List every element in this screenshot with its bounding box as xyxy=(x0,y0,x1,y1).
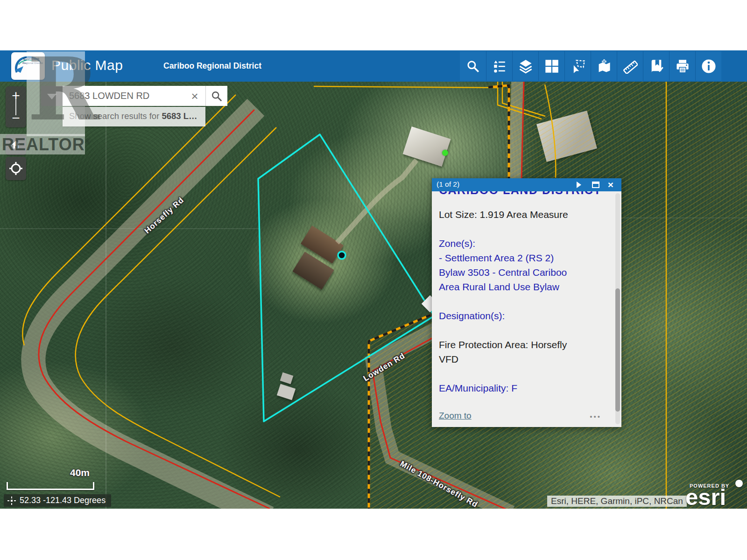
search-submit-button[interactable] xyxy=(205,86,227,106)
fire-protection-block: Fire Protection Area: Horsefly VFD xyxy=(439,337,607,366)
home-icon xyxy=(11,140,21,150)
popup-body: CARIBOO LAND DISTRICT Lot Size: 1.919 Ar… xyxy=(432,191,621,427)
toolbar-bookmarks-button[interactable] xyxy=(643,51,669,81)
search-icon xyxy=(466,59,480,73)
map-attribution: Esri, HERE, Garmin, iPC, NRCan xyxy=(547,496,687,507)
toolbar-legend-button[interactable] xyxy=(486,51,512,81)
legend-icon xyxy=(493,59,507,73)
toolbar-layers-button[interactable] xyxy=(512,51,538,81)
chevron-down-icon xyxy=(47,94,56,99)
app-header: Cariboo Regional District Public Map Car… xyxy=(0,50,747,82)
coordinate-readout: 52.33 -121.43 Degrees xyxy=(4,494,111,507)
organization-title: Cariboo Regional District xyxy=(163,61,261,71)
measure-ruler-icon xyxy=(623,59,638,74)
toolbar-info-button[interactable] xyxy=(695,51,721,81)
next-arrow-icon xyxy=(576,182,582,188)
popup-next-feature-button[interactable] xyxy=(573,180,585,190)
layers-icon xyxy=(518,59,533,74)
app-title: Public Map xyxy=(51,57,123,73)
zoom-out-button[interactable]: − xyxy=(6,109,26,127)
zoom-to-link[interactable]: Zoom to xyxy=(439,411,472,421)
header-toolbar xyxy=(460,51,721,81)
toolbar-print-button[interactable] xyxy=(669,51,695,81)
toolbar-search-button[interactable] xyxy=(460,51,486,81)
locate-me-button[interactable] xyxy=(6,157,26,180)
search-suggestion-item[interactable]: Show search results for 5683 L… xyxy=(63,107,205,126)
crd-logo: Cariboo Regional District xyxy=(11,52,45,80)
popup-scrollbar-thumb[interactable] xyxy=(615,288,620,412)
ea-municipality-line: EA/Municipality: F xyxy=(439,381,607,395)
suggestion-term: 5683 L… xyxy=(162,111,197,121)
locate-crosshair-icon xyxy=(9,161,23,175)
search-result-marker xyxy=(442,150,448,156)
popup-footer: Zoom to ••• xyxy=(439,411,614,423)
toolbar-basemap-button[interactable] xyxy=(538,51,564,81)
lot-size-line: Lot Size: 1.919 Area Measure xyxy=(439,207,607,222)
scalebar xyxy=(7,482,94,490)
feature-popup: (1 of 2) × CARIBOO LAND DISTRICT Lot Siz… xyxy=(432,178,621,427)
toolbar-add-data-button[interactable] xyxy=(591,51,617,81)
esri-globe-dot xyxy=(735,480,743,487)
suggestion-prefix: Show search results for xyxy=(69,111,162,121)
search-clear-button[interactable]: × xyxy=(187,88,203,104)
more-options-button[interactable]: ••• xyxy=(590,413,601,420)
parcel-and-road-linework xyxy=(0,82,747,509)
print-icon xyxy=(675,59,690,74)
selected-point-marker xyxy=(338,252,345,259)
map-canvas[interactable]: Horsefly Rd Lowden Rd Mile 108-Horsefly … xyxy=(0,82,747,509)
driveway xyxy=(337,160,416,243)
designation-line: Designation(s): xyxy=(439,308,607,323)
toolbar-select-button[interactable] xyxy=(564,51,591,81)
horsefly-road-surface xyxy=(33,107,268,509)
toolbar-measure-button[interactable] xyxy=(617,51,643,81)
esri-logo: esri xyxy=(685,484,726,509)
search-source-dropdown[interactable] xyxy=(41,86,63,106)
popup-close-button[interactable]: × xyxy=(605,180,617,190)
search-icon xyxy=(211,90,223,102)
popup-maximize-button[interactable] xyxy=(590,180,602,190)
scalebar-label: 40m xyxy=(70,467,90,478)
popup-pager: (1 of 2) xyxy=(437,180,459,189)
home-extent-button[interactable] xyxy=(6,134,26,155)
select-cursor-icon xyxy=(571,59,585,74)
zoom-control: + − xyxy=(6,86,26,127)
popup-header[interactable]: (1 of 2) × xyxy=(432,178,621,191)
public-map-app: Horsefly Rd Lowden Rd Mile 108-Horsefly … xyxy=(0,0,747,560)
add-data-icon xyxy=(597,59,612,74)
coordinates-text: 52.33 -121.43 Degrees xyxy=(20,496,106,505)
crosshair-icon xyxy=(7,497,16,505)
search-input[interactable] xyxy=(63,86,205,106)
maximize-icon xyxy=(592,182,599,188)
bookmarks-icon xyxy=(649,59,664,74)
logo-text-line2: Regional District xyxy=(22,62,43,64)
zone-block: Zone(s): - Settlement Area 2 (RS 2) Byla… xyxy=(439,236,607,294)
info-icon xyxy=(701,58,717,74)
basemap-grid-icon xyxy=(544,59,559,74)
logo-text-line1: Cariboo xyxy=(23,56,39,61)
popup-clipped-title: CARIBOO LAND DISTRICT xyxy=(439,191,607,197)
